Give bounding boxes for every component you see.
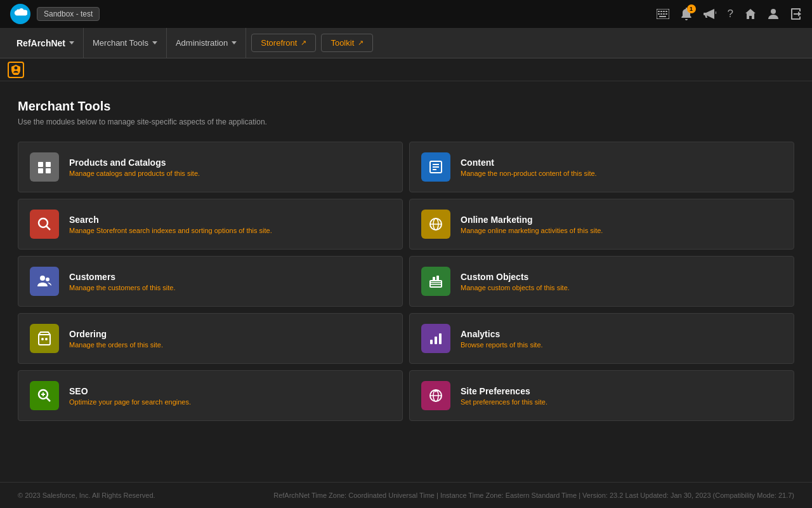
- svg-rect-5: [658, 13, 660, 15]
- card-products-catalogs[interactable]: Products and Catalogs Manage catalogs an…: [18, 142, 403, 192]
- notification-count: 1: [687, 4, 696, 13]
- ordering-title: Ordering: [69, 329, 163, 339]
- card-seo[interactable]: SEO Optimize your page for search engine…: [18, 370, 403, 421]
- svg-rect-6: [660, 13, 662, 15]
- logout-icon[interactable]: [790, 8, 802, 20]
- svg-point-10: [771, 9, 776, 14]
- top-bar: Sandbox - test 1: [0, 0, 812, 28]
- svg-rect-8: [665, 13, 667, 15]
- card-content[interactable]: Content Manage the non-product content o…: [409, 142, 794, 192]
- search-text: Search Manage Storefront search indexes …: [69, 215, 272, 234]
- sandbox-badge[interactable]: Sandbox - test: [37, 7, 100, 21]
- storefront-external-icon: ↗: [301, 39, 306, 47]
- svg-rect-26: [430, 281, 442, 287]
- content-text: Content Manage the non-product content o…: [461, 157, 597, 177]
- svg-line-38: [46, 398, 50, 401]
- svg-rect-4: [665, 11, 667, 12]
- site-preferences-icon: [421, 381, 450, 410]
- site-selector[interactable]: RefArchNet: [8, 28, 84, 58]
- page-description: Use the modules below to manage site-spe…: [18, 117, 794, 126]
- products-catalogs-text: Products and Catalogs Manage catalogs an…: [69, 157, 200, 177]
- megaphone-icon[interactable]: [704, 8, 716, 20]
- svg-rect-3: [663, 11, 665, 12]
- merchant-tools-menu[interactable]: Merchant Tools: [84, 28, 167, 58]
- seo-icon: [30, 381, 59, 410]
- copyright: © 2023 Salesforce, Inc. All Rights Reser…: [18, 491, 155, 499]
- shield-icon-button[interactable]: [8, 62, 24, 78]
- online-marketing-desc: Manage online marketing activities of th…: [461, 227, 603, 234]
- user-icon[interactable]: [768, 8, 779, 20]
- svg-rect-7: [663, 13, 665, 15]
- svg-rect-29: [433, 277, 435, 281]
- svg-point-44: [435, 391, 437, 392]
- top-bar-right: 1 ?: [657, 8, 802, 20]
- card-search[interactable]: Search Manage Storefront search indexes …: [18, 199, 403, 250]
- salesforce-logo[interactable]: [10, 4, 30, 24]
- site-preferences-text: Site Preferences Set preferences for thi…: [461, 386, 547, 406]
- svg-rect-1: [658, 11, 660, 12]
- home-icon[interactable]: [745, 8, 756, 20]
- customers-title: Customers: [69, 272, 176, 282]
- administration-label: Administration: [176, 38, 228, 48]
- svg-rect-13: [38, 168, 43, 173]
- online-marketing-icon: [421, 210, 450, 239]
- svg-rect-11: [38, 162, 43, 167]
- analytics-text: Analytics Browse reports of this site.: [461, 329, 543, 349]
- custom-objects-desc: Manage custom objects of this site.: [461, 284, 570, 291]
- site-preferences-title: Site Preferences: [461, 386, 547, 396]
- svg-point-32: [41, 338, 44, 340]
- card-customers[interactable]: Customers Manage the customers of this s…: [18, 256, 403, 307]
- customers-icon: [30, 267, 59, 296]
- online-marketing-title: Online Marketing: [461, 215, 603, 225]
- keyboard-icon[interactable]: [657, 9, 669, 19]
- content-title: Content: [461, 157, 597, 168]
- card-online-marketing[interactable]: Online Marketing Manage online marketing…: [409, 199, 794, 250]
- customers-text: Customers Manage the customers of this s…: [69, 272, 176, 291]
- content-icon: [421, 152, 450, 182]
- seo-title: SEO: [69, 386, 191, 396]
- svg-rect-14: [46, 168, 51, 173]
- administration-chevron: [232, 41, 237, 44]
- card-ordering[interactable]: Ordering Manage the orders of this site.: [18, 313, 403, 364]
- card-custom-objects[interactable]: Custom Objects Manage custom objects of …: [409, 256, 794, 307]
- toolkit-label: Toolkit: [331, 38, 354, 48]
- ordering-icon: [30, 324, 59, 353]
- svg-line-20: [46, 226, 50, 230]
- administration-menu[interactable]: Administration: [167, 28, 246, 58]
- seo-desc: Optimize your page for search engines.: [69, 398, 191, 406]
- svg-point-24: [40, 276, 45, 281]
- analytics-desc: Browse reports of this site.: [461, 341, 543, 349]
- site-name: RefArchNet: [16, 38, 65, 48]
- merchant-tools-label: Merchant Tools: [93, 38, 148, 48]
- help-icon[interactable]: ?: [728, 8, 733, 20]
- card-analytics[interactable]: Analytics Browse reports of this site.: [409, 313, 794, 364]
- card-site-preferences[interactable]: Site Preferences Set preferences for thi…: [409, 370, 794, 421]
- sub-nav: [0, 58, 812, 81]
- search-icon: [30, 210, 59, 239]
- products-catalogs-desc: Manage catalogs and products of this sit…: [69, 170, 200, 177]
- svg-rect-30: [436, 276, 439, 281]
- footer: © 2023 Salesforce, Inc. All Rights Reser…: [0, 482, 812, 508]
- search-desc: Manage Storefront search indexes and sor…: [69, 227, 272, 234]
- bell-icon[interactable]: 1: [681, 8, 692, 20]
- top-bar-left: Sandbox - test: [10, 4, 100, 24]
- online-marketing-text: Online Marketing Manage online marketing…: [461, 215, 603, 234]
- svg-rect-34: [430, 340, 433, 344]
- content-desc: Manage the non-product content of this s…: [461, 170, 597, 177]
- storefront-button[interactable]: Storefront ↗: [251, 34, 316, 52]
- toolkit-external-icon: ↗: [358, 39, 363, 47]
- seo-text: SEO Optimize your page for search engine…: [69, 386, 191, 406]
- svg-point-33: [45, 338, 48, 340]
- nav-bar: RefArchNet Merchant Tools Administration…: [0, 28, 812, 58]
- search-title: Search: [69, 215, 272, 225]
- svg-rect-12: [46, 162, 51, 167]
- merchant-tools-chevron: [152, 41, 157, 44]
- svg-rect-35: [435, 337, 437, 344]
- site-selector-chevron: [69, 41, 74, 44]
- page-title: Merchant Tools: [18, 99, 794, 114]
- svg-rect-9: [659, 16, 666, 17]
- ordering-text: Ordering Manage the orders of this site.: [69, 329, 163, 349]
- custom-objects-title: Custom Objects: [461, 272, 570, 282]
- toolkit-button[interactable]: Toolkit ↗: [321, 34, 373, 52]
- custom-objects-text: Custom Objects Manage custom objects of …: [461, 272, 570, 291]
